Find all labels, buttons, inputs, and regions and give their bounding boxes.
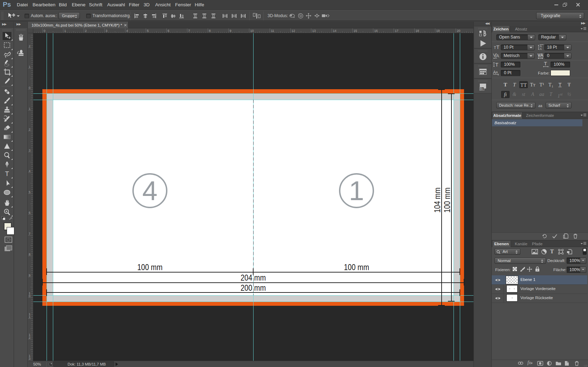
svg-text:5: 5 (29, 190, 30, 194)
svg-text:7: 7 (188, 29, 190, 33)
svg-text:11: 11 (271, 29, 274, 33)
svg-text:9: 9 (230, 29, 231, 33)
svg-text:V: V (538, 53, 540, 58)
svg-text:T: T (544, 62, 547, 66)
svg-text:2: 2 (29, 128, 30, 131)
svg-text:0: 0 (29, 294, 30, 298)
svg-text:15: 15 (354, 29, 357, 33)
svg-text:A: A (540, 47, 542, 50)
svg-text:12: 12 (292, 29, 295, 33)
svg-text:a: a (496, 70, 498, 74)
svg-text:0: 0 (44, 29, 46, 33)
svg-text:A: A (493, 70, 496, 75)
svg-text:17: 17 (395, 29, 399, 33)
svg-text:3: 3 (106, 29, 108, 33)
svg-text:1: 1 (29, 315, 30, 319)
svg-text:6: 6 (168, 29, 170, 33)
svg-text:1: 1 (29, 107, 30, 111)
svg-text:3: 3 (29, 149, 30, 152)
svg-text:10: 10 (250, 29, 254, 33)
svg-text:fx: fx (480, 87, 483, 91)
svg-text:5: 5 (147, 29, 149, 33)
svg-text:T: T (494, 45, 496, 50)
svg-text:14: 14 (333, 29, 337, 33)
svg-text:16: 16 (374, 29, 378, 33)
svg-text:9: 9 (29, 274, 30, 277)
svg-text:0: 0 (29, 86, 30, 90)
svg-text:20: 20 (457, 29, 461, 33)
svg-text:1: 1 (64, 29, 66, 33)
svg-text:3: 3 (29, 357, 30, 360)
svg-text:6: 6 (29, 211, 30, 214)
svg-text:T: T (496, 44, 499, 50)
svg-text:A: A (540, 53, 543, 58)
svg-text:T: T (5, 170, 9, 177)
svg-text:2: 2 (29, 44, 30, 48)
svg-text:2: 2 (29, 336, 30, 339)
svg-text:T: T (495, 62, 498, 68)
svg-text:18: 18 (416, 29, 419, 33)
svg-text:A: A (496, 54, 499, 58)
svg-text:19: 19 (436, 29, 440, 33)
svg-text:8: 8 (209, 29, 211, 33)
svg-text:1: 1 (29, 65, 30, 69)
svg-text:2: 2 (85, 29, 87, 33)
svg-text:4: 4 (29, 169, 30, 173)
svg-text:8: 8 (29, 253, 30, 256)
svg-text:4: 4 (126, 29, 128, 33)
svg-text:7: 7 (29, 232, 30, 235)
svg-text:13: 13 (312, 29, 316, 33)
